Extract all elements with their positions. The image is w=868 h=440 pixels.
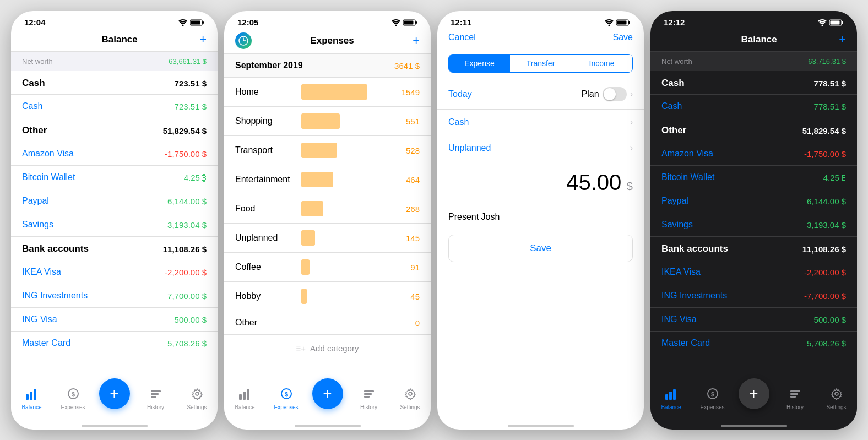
home-bar [508,425,574,427]
svg-rect-15 [404,20,414,24]
account-row[interactable]: Savings 3,193.04 $ [11,213,218,237]
account-row[interactable]: ING Visa 500.00 $ [11,308,218,332]
group-value: 11,108.26 $ [802,245,846,254]
account-row[interactable]: ING Investments 7,700.00 $ [11,284,218,308]
group-name: Cash [661,78,685,89]
account-row[interactable]: Master Card 5,708.26 $ [11,332,218,355]
segment-income[interactable]: Income [571,55,632,72]
account-group-header: Other 51,829.54 $ [650,118,857,142]
expense-bar-container: Other [235,318,388,328]
account-row[interactable]: ING Visa 500.00 $ [650,308,857,332]
account-row[interactable]: Cash 723.51 $ [11,95,218,118]
tab-plus-button[interactable]: + [307,389,348,409]
status-time: 12:05 [237,18,258,27]
expense-row[interactable]: Hobby 45 [224,282,431,311]
form-row-unplanned[interactable]: Unplanned › [437,135,644,161]
expense-row[interactable]: Home 1549 [224,78,431,107]
category-name: Home [235,87,296,97]
account-row[interactable]: Bitcoin Wallet 4.25 ₿ [11,166,218,189]
nav-header: Balance + [11,30,218,52]
settings-tab-label: Settings [826,404,846,410]
tab-item-history[interactable]: History [135,388,176,410]
tab-item-expenses[interactable]: $ Expenses [52,388,94,410]
plan-toggle[interactable] [603,87,627,101]
tab-item-balance[interactable]: Balance [11,388,52,410]
category-name: Other [235,318,296,328]
tab-item-expenses[interactable]: $ Expenses [692,388,733,410]
account-name: ING Investments [661,291,727,301]
settings-tab-label: Settings [400,404,420,410]
account-row[interactable]: ING Investments -7,700.00 $ [650,284,857,308]
expense-bar [301,230,315,246]
expense-row[interactable]: Food 268 [224,194,431,224]
segment-transfer[interactable]: Transfer [510,55,571,72]
account-row[interactable]: Amazon Visa -1,750.00 $ [650,142,857,166]
account-value: 5,708.26 $ [167,339,207,348]
form-row-today[interactable]: Today Plan › [437,79,644,110]
add-category-row[interactable]: ≡+ Add category [224,335,431,362]
save-button[interactable]: Save [613,32,633,42]
account-row[interactable]: Paypal 6,144.00 $ [11,189,218,213]
tab-plus-button[interactable]: + [733,389,774,409]
account-row[interactable]: Cash 778.51 $ [650,95,857,118]
account-row[interactable]: Paypal 6,144.00 $ [650,189,857,213]
expense-row[interactable]: Transport 528 [224,136,431,165]
svg-point-26 [409,392,412,395]
account-value: 7,700.00 $ [167,291,207,301]
account-row[interactable]: IKEA Visa -2,200.00 $ [650,260,857,284]
svg-rect-35 [665,394,668,400]
expense-row[interactable]: Shopping 551 [224,107,431,136]
account-row[interactable]: Savings 3,193.04 $ [650,213,857,237]
add-button[interactable]: + [199,32,207,47]
expense-row[interactable]: Coffee 91 [224,253,431,282]
tab-item-settings[interactable]: Settings [816,388,857,410]
svg-rect-4 [26,394,29,400]
group-name: Bank accounts [661,243,728,254]
save-transaction-button[interactable]: Save [448,235,633,262]
account-row[interactable]: Bitcoin Wallet 4.25 ₿ [650,166,857,189]
account-name: Savings [661,220,693,230]
payee-field[interactable]: Present Josh [437,204,644,230]
tab-item-expenses[interactable]: $ Expenses [265,388,307,410]
account-value: -7,700.00 $ [804,291,846,301]
group-name: Bank accounts [22,243,89,254]
expense-row[interactable]: Other 0 [224,311,431,335]
chevron-icon: › [630,117,633,127]
expense-row[interactable]: Entertainment 464 [224,165,431,194]
segment-expense[interactable]: Expense [449,55,510,72]
account-name: ING Investments [22,291,88,301]
account-row[interactable]: Master Card 5,708.26 $ [650,332,857,355]
status-icons [178,19,204,26]
cancel-button[interactable]: Cancel [448,32,476,42]
tab-item-history[interactable]: History [348,388,389,410]
tab-item-settings[interactable]: Settings [176,388,218,410]
tab-item-balance[interactable]: Balance [650,388,692,410]
status-bar: 12:11 [437,11,644,30]
expense-row[interactable]: Unplanned 145 [224,224,431,253]
tab-item-balance[interactable]: Balance [224,388,265,410]
history-tab-label: History [360,404,377,410]
scroll-content: Net worth 63,716.31 $ Cash 778.51 $ Cash… [650,52,857,383]
tab-item-history[interactable]: History [774,388,816,410]
expenses-icon [235,32,252,49]
history-tab-label: History [786,404,804,410]
account-name: ING Visa [22,314,57,324]
balance-icon [26,388,38,403]
expenses-tab-label: Expenses [61,404,85,410]
account-value: 4.25 ₿ [823,173,846,182]
add-button[interactable]: + [413,34,420,48]
settings-icon [191,388,203,403]
tab-plus-button[interactable]: + [94,389,135,409]
svg-rect-2 [191,20,200,24]
svg-rect-34 [842,21,843,24]
chevron-icon: › [630,89,633,99]
tab-item-settings[interactable]: Settings [389,388,431,410]
account-row[interactable]: IKEA Visa -2,200.00 $ [11,260,218,284]
net-worth-value: 63,716.31 $ [808,57,846,66]
group-value: 51,829.54 $ [802,126,846,135]
today-label: Today [448,89,472,99]
balance-tab-label: Balance [235,404,254,410]
form-row-cash[interactable]: Cash › [437,110,644,135]
account-row[interactable]: Amazon Visa -1,750.00 $ [11,142,218,166]
add-button[interactable]: + [839,32,846,47]
